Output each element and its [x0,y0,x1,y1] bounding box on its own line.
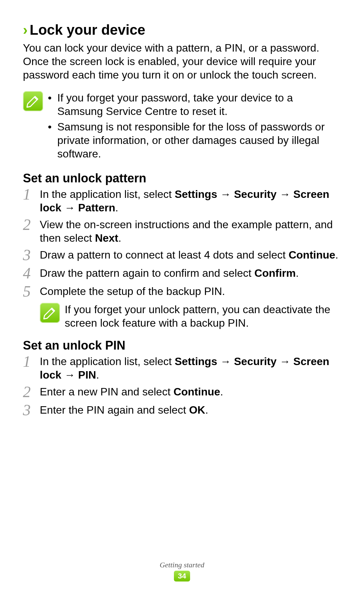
pin-steps: 1 In the application list, select Settin… [23,355,341,418]
step-text: Draw the pattern again to confirm and se… [40,266,299,280]
intro-paragraph: You can lock your device with a pattern,… [23,41,341,82]
note-list: If you forget your password, take your d… [48,91,341,160]
note-block: If you forget your unlock pattern, you c… [40,303,341,330]
section-heading: ›Lock your device [23,22,341,38]
step-item: 2 View the on-screen instructions and th… [23,218,341,245]
step-text: Complete the setup of the backup PIN. [40,285,225,298]
step-item: 2 Enter a new PIN and select Continue. [23,385,341,400]
step-text: Enter the PIN again and select OK. [40,403,208,417]
step-text: In the application list, select Settings… [40,187,341,214]
step-number: 3 [23,247,40,263]
subheading-pin: Set an unlock PIN [23,338,341,353]
step-number: 1 [23,354,40,369]
step-text: View the on-screen instructions and the … [40,218,341,245]
note-item: If you forget your password, take your d… [48,91,341,118]
note-icon [40,303,60,323]
step-item: 5 Complete the setup of the backup PIN. [23,285,341,299]
note-icon [23,91,43,111]
step-number: 2 [23,217,40,233]
step-number: 2 [23,384,40,400]
step-text: Draw a pattern to connect at least 4 dot… [40,248,338,262]
page-number-badge: 34 [174,571,190,581]
footer-section: Getting started [0,561,364,569]
heading-text: Lock your device [30,22,145,38]
step-item: 1 In the application list, select Settin… [23,355,341,382]
note-block: If you forget your password, take your d… [23,91,341,162]
note-item: Samsung is not responsible for the loss … [48,120,341,160]
step-text: Enter a new PIN and select Continue. [40,385,223,398]
step-item: 1 In the application list, select Settin… [23,187,341,214]
step-number: 4 [23,266,40,281]
subheading-pattern: Set an unlock pattern [23,171,341,185]
step-item: 3 Draw a pattern to connect at least 4 d… [23,248,341,263]
step-text: In the application list, select Settings… [40,355,341,382]
chevron-icon: › [23,22,28,38]
note-body: If you forget your password, take your d… [48,91,341,162]
manual-page: ›Lock your device You can lock your devi… [0,0,364,597]
step-number: 5 [23,284,40,299]
step-item: 3 Enter the PIN again and select OK. [23,403,341,418]
step-number: 3 [23,402,40,418]
page-footer: Getting started 34 [0,561,364,581]
note-body: If you forget your unlock pattern, you c… [65,303,341,330]
step-item: 4 Draw the pattern again to confirm and … [23,266,341,281]
step-number: 1 [23,187,40,202]
pattern-steps: 1 In the application list, select Settin… [23,187,341,299]
